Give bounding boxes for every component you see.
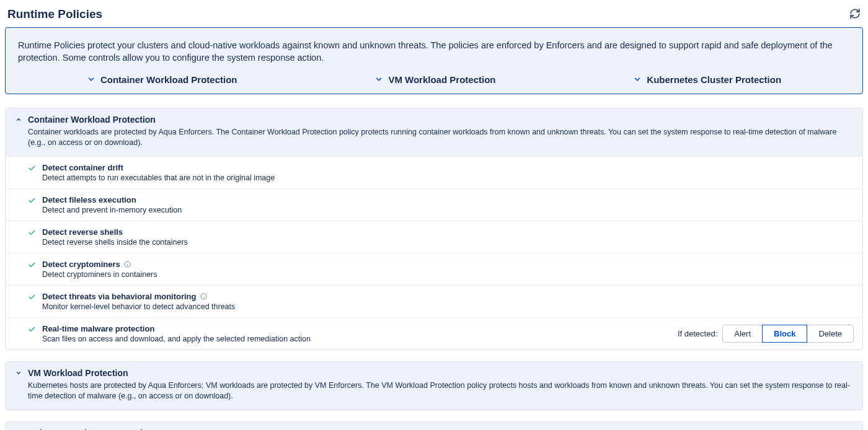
check-icon bbox=[28, 229, 36, 237]
tab-container-protection[interactable]: Container Workload Protection bbox=[87, 74, 237, 85]
section-description: Kubernetes hosts are protected by Aqua E… bbox=[28, 380, 854, 402]
intro-panel: Runtime Policies protect your clusters a… bbox=[5, 27, 863, 94]
tab-vm-protection[interactable]: VM Workload Protection bbox=[374, 74, 495, 85]
page-title: Runtime Policies bbox=[7, 7, 102, 21]
chevron-down-icon bbox=[633, 75, 642, 84]
refresh-icon[interactable] bbox=[849, 8, 861, 21]
alert-button[interactable]: Alert bbox=[722, 325, 763, 343]
section-header-container[interactable]: Container Workload Protection Container … bbox=[6, 108, 862, 156]
chevron-up-icon bbox=[14, 116, 23, 123]
chevron-down-icon bbox=[14, 370, 23, 376]
tab-k8s-protection[interactable]: Kubernetes Cluster Protection bbox=[633, 74, 781, 85]
control-fileless[interactable]: Detect fileless execution Detect and pre… bbox=[6, 188, 862, 221]
check-icon bbox=[28, 325, 36, 333]
info-icon[interactable] bbox=[124, 261, 131, 268]
check-icon bbox=[28, 261, 36, 269]
section-container-protection: Container Workload Protection Container … bbox=[5, 108, 863, 350]
action-button-group: Alert Block Delete bbox=[722, 325, 854, 343]
control-behavioral[interactable]: Detect threats via behavioral monitoring… bbox=[6, 285, 862, 317]
page-header: Runtime Policies bbox=[5, 5, 863, 27]
tab-label: Container Workload Protection bbox=[100, 74, 237, 85]
section-title: VM Workload Protection bbox=[28, 368, 854, 378]
action-label: If detected: bbox=[678, 329, 717, 338]
protection-tabs: Container Workload Protection VM Workloa… bbox=[18, 74, 850, 85]
section-title: Container Workload Protection bbox=[28, 115, 854, 125]
tab-label: VM Workload Protection bbox=[388, 74, 495, 85]
intro-text: Runtime Policies protect your clusters a… bbox=[18, 39, 850, 64]
check-icon bbox=[28, 293, 36, 301]
control-cryptominers[interactable]: Detect cryptominers Detect cryptominers … bbox=[6, 253, 862, 285]
control-title: Detect threats via behavioral monitoring bbox=[42, 292, 197, 301]
check-icon bbox=[28, 196, 36, 204]
control-reverse-shells[interactable]: Detect reverse shells Detect reverse she… bbox=[6, 221, 862, 253]
section-title: Kubernetes Cluster Protection bbox=[28, 428, 854, 430]
block-button[interactable]: Block bbox=[762, 325, 807, 343]
info-icon[interactable] bbox=[200, 293, 207, 300]
control-drift[interactable]: Detect container drift Detect attempts t… bbox=[6, 156, 862, 188]
section-header-vm[interactable]: VM Workload Protection Kubernetes hosts … bbox=[6, 362, 862, 410]
tab-label: Kubernetes Cluster Protection bbox=[647, 74, 781, 85]
control-title: Detect fileless execution bbox=[42, 195, 136, 204]
section-k8s-protection: Kubernetes Cluster Protection Kubernetes… bbox=[5, 421, 863, 430]
section-header-k8s[interactable]: Kubernetes Cluster Protection Kubernetes… bbox=[6, 422, 862, 430]
malware-actions: If detected: Alert Block Delete bbox=[678, 325, 854, 343]
control-title: Real-time malware protection bbox=[42, 324, 154, 333]
control-description: Detect reverse shells inside the contain… bbox=[42, 238, 854, 247]
control-malware[interactable]: Real-time malware protection Scan files … bbox=[6, 317, 862, 349]
control-description: Detect and prevent in-memory execution bbox=[42, 206, 854, 214]
chevron-down-icon bbox=[87, 75, 95, 84]
control-description: Detect cryptominers in containers bbox=[42, 270, 854, 279]
check-icon bbox=[28, 164, 36, 172]
control-title: Detect reverse shells bbox=[42, 227, 123, 237]
control-title: Detect cryptominers bbox=[42, 260, 120, 269]
section-description: Container workloads are protected by Aqu… bbox=[28, 127, 854, 149]
control-title: Detect container drift bbox=[42, 163, 123, 172]
section-vm-protection: VM Workload Protection Kubernetes hosts … bbox=[5, 361, 863, 410]
delete-button[interactable]: Delete bbox=[807, 325, 854, 343]
control-description: Monitor kernel-level behavior to detect … bbox=[42, 302, 854, 311]
chevron-down-icon bbox=[374, 75, 383, 84]
control-description: Scan files on access and download, and a… bbox=[42, 335, 671, 343]
control-description: Detect attempts to run executables that … bbox=[42, 173, 854, 182]
